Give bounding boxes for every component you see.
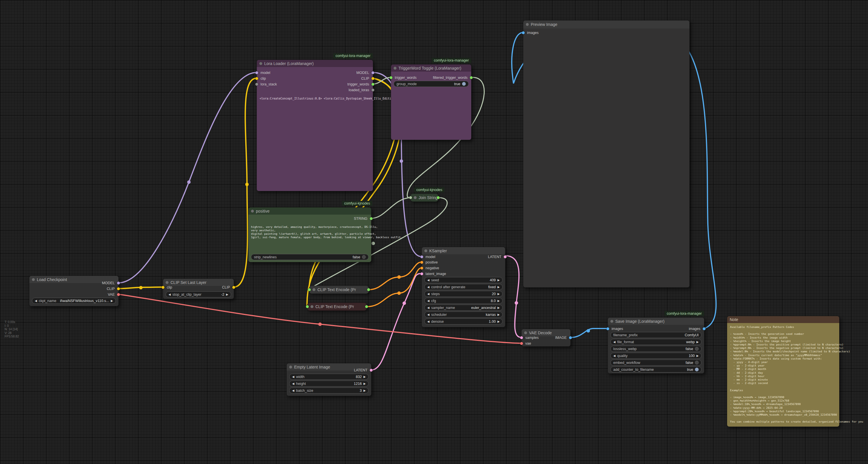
node-lora-loader[interactable]: Lora Loader (LoraManager) modelMODEL cli… <box>256 60 373 191</box>
lora-stack-input-port[interactable] <box>255 83 258 86</box>
node-clip-text-encode-negative[interactable]: CLIP Text Encode (Pr <box>307 302 367 311</box>
collapse-icon[interactable] <box>524 331 527 334</box>
combo-left-arrow-icon[interactable]: ◀ <box>292 387 294 394</box>
combo-right-arrow-icon[interactable]: ▶ <box>364 374 366 380</box>
sampler-name-combo[interactable]: ◀sampler_nameeuler_ancestral▶ <box>424 304 503 311</box>
vae-input-port[interactable] <box>520 342 523 345</box>
image-output-port[interactable] <box>569 336 572 339</box>
combo-right-arrow-icon[interactable]: ▶ <box>497 318 500 324</box>
combo-right-arrow-icon[interactable]: ▶ <box>497 277 500 283</box>
combo-left-arrow-icon[interactable]: ◀ <box>427 298 430 304</box>
collapsed-output-port[interactable] <box>437 196 440 199</box>
negative-input-port[interactable] <box>420 267 423 269</box>
toggle-off-icon[interactable] <box>695 361 699 365</box>
collapsed-input-port[interactable] <box>409 196 412 199</box>
collapse-icon[interactable] <box>289 366 292 369</box>
prompt-text[interactable]: highres, very detailed, amazing quality,… <box>251 225 402 239</box>
combo-right-arrow-icon[interactable]: ▶ <box>497 298 500 304</box>
seed-stepper[interactable]: ◀seed409▶ <box>424 277 503 283</box>
combo-left-arrow-icon[interactable]: ◀ <box>427 318 430 324</box>
combo-left-arrow-icon[interactable]: ◀ <box>35 298 37 304</box>
collapse-icon[interactable] <box>165 281 168 284</box>
node-positive-prompt[interactable]: positive STRING highres, very detailed, … <box>248 207 371 262</box>
scheduler-combo[interactable]: ◀schedulerkarras▶ <box>424 312 503 318</box>
node-title-bar[interactable]: TriggerWord Toggle (LoraManager) <box>391 64 471 71</box>
node-clip-set-last-layer[interactable]: CLIP Set Last Layer clipCLIP ◀ stop_at_c… <box>163 279 234 299</box>
collapse-icon[interactable] <box>424 250 427 252</box>
node-save-image[interactable]: Save Image (LoraManager) imagesimages fi… <box>608 317 704 374</box>
ckpt-name-combo[interactable]: ◀ ckpt_name il\waiNSFWIllustrious_v110.s… <box>32 298 116 304</box>
combo-right-arrow-icon[interactable]: ▶ <box>497 291 500 297</box>
steps-stepper[interactable]: ◀steps20▶ <box>424 291 503 297</box>
images-output-port[interactable] <box>703 327 706 330</box>
toggle-off-icon[interactable] <box>695 347 699 351</box>
collapse-icon[interactable] <box>32 278 35 281</box>
node-preview-image[interactable]: Preview Image images <box>523 20 690 288</box>
collapse-icon[interactable] <box>526 23 529 26</box>
latent-output-port[interactable] <box>370 369 373 372</box>
combo-right-arrow-icon[interactable]: ▶ <box>497 304 500 311</box>
filename-prefix-field[interactable]: filename_prefixComfyUI <box>610 332 702 338</box>
trigger-words-input-port[interactable] <box>390 76 393 79</box>
collapsed-input-port[interactable] <box>308 288 311 291</box>
group-mode-toggle[interactable]: group_mode true <box>394 81 469 87</box>
file-format-combo[interactable]: ◀file_formatwebp▶ <box>610 339 702 345</box>
images-input-port[interactable] <box>607 327 609 330</box>
stop-at-clip-layer-stepper[interactable]: ◀ stop_at_clip_layer -2 ▶ <box>165 291 231 297</box>
note-text[interactable]: Available filename_prefix Pattern Codes … <box>730 325 863 424</box>
lora-syntax-text[interactable]: <lora:CreateConcept_Illustrious:0.8> <lo… <box>259 97 403 100</box>
comfyui-canvas[interactable]: { "icons": {"arrow_left": "◀", "arrow_ri… <box>0 0 868 464</box>
clip-input-port[interactable] <box>255 77 258 80</box>
clip-input-port[interactable] <box>162 286 164 289</box>
latent-image-input-port[interactable] <box>420 272 423 275</box>
combo-left-arrow-icon[interactable]: ◀ <box>427 312 430 318</box>
combo-left-arrow-icon[interactable]: ◀ <box>613 353 616 359</box>
combo-right-arrow-icon[interactable]: ▶ <box>364 381 366 387</box>
collapse-icon[interactable] <box>414 196 416 199</box>
vae-output-port[interactable] <box>117 293 120 296</box>
combo-left-arrow-icon[interactable]: ◀ <box>292 381 294 387</box>
embed-workflow-toggle[interactable]: embed_workflowfalse <box>610 359 702 366</box>
combo-right-arrow-icon[interactable]: ▶ <box>111 298 113 304</box>
model-input-port[interactable] <box>255 71 258 74</box>
combo-left-arrow-icon[interactable]: ◀ <box>613 339 616 345</box>
cfg-stepper[interactable]: ◀cfg8.0▶ <box>424 298 503 304</box>
strip-newlines-toggle[interactable]: strip_newlines false <box>251 254 369 260</box>
images-input-port[interactable] <box>522 31 525 34</box>
node-title-bar[interactable]: Lora Loader (LoraManager) <box>257 60 373 67</box>
combo-right-arrow-icon[interactable]: ▶ <box>364 387 366 394</box>
quality-stepper[interactable]: ◀quality100▶ <box>610 353 702 359</box>
node-title-bar[interactable]: positive <box>248 207 371 214</box>
lossless-webp-toggle[interactable]: lossless_webpfalse <box>610 346 702 352</box>
filtered-trigger-words-output-port[interactable] <box>470 76 473 79</box>
model-input-port[interactable] <box>420 256 423 258</box>
combo-left-arrow-icon[interactable]: ◀ <box>292 374 294 380</box>
node-title-bar[interactable]: CLIP Set Last Layer <box>163 279 234 286</box>
node-triggerword-toggle[interactable]: TriggerWord Toggle (LoraManager) trigger… <box>391 64 471 140</box>
combo-right-arrow-icon[interactable]: ▶ <box>226 291 228 297</box>
collapse-icon[interactable] <box>610 320 613 323</box>
collapsed-input-port[interactable] <box>306 305 309 308</box>
clip-output-port[interactable] <box>232 286 235 289</box>
toggle-on-icon[interactable] <box>462 82 466 86</box>
combo-left-arrow-icon[interactable]: ◀ <box>427 291 430 297</box>
clip-output-port[interactable] <box>117 287 120 290</box>
collapse-icon[interactable] <box>312 288 315 291</box>
combo-left-arrow-icon[interactable]: ◀ <box>427 304 430 311</box>
samples-input-port[interactable] <box>520 336 523 339</box>
node-title-bar[interactable]: Note <box>727 316 839 323</box>
node-title-bar[interactable]: VAE Decode <box>522 329 570 336</box>
collapse-icon[interactable] <box>251 210 254 212</box>
collapse-icon[interactable] <box>394 67 397 69</box>
combo-right-arrow-icon[interactable]: ▶ <box>696 353 699 359</box>
combo-right-arrow-icon[interactable]: ▶ <box>497 312 500 318</box>
combo-right-arrow-icon[interactable]: ▶ <box>497 284 500 290</box>
node-empty-latent-image[interactable]: Empty Latent Image LATENT ◀width832▶ ◀he… <box>286 363 371 396</box>
node-join-strings[interactable]: Join Strings <box>410 194 438 202</box>
clip-output-port[interactable] <box>371 77 374 80</box>
node-title-bar[interactable]: KSampler <box>422 247 505 254</box>
node-load-checkpoint[interactable]: Load Checkpoint MODEL CLIP VAE ◀ ckpt_na… <box>29 276 119 307</box>
combo-left-arrow-icon[interactable]: ◀ <box>427 277 430 283</box>
node-title-bar[interactable]: Preview Image <box>523 21 689 28</box>
collapse-icon[interactable] <box>259 62 262 65</box>
